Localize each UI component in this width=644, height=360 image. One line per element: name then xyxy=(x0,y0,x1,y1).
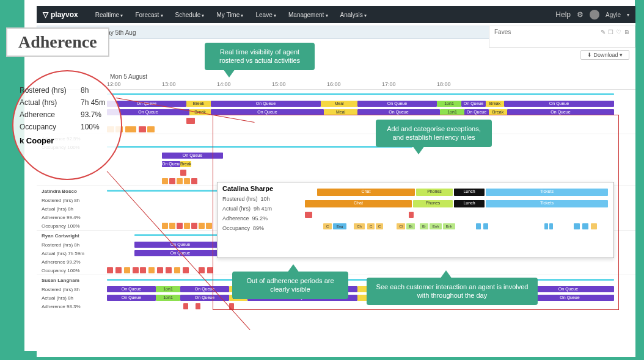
nav-management[interactable]: Management xyxy=(284,9,333,21)
download-label: Download xyxy=(593,52,618,58)
schedule-bar-row[interactable]: On Queue Break On Queue Meal On Queue 1o… xyxy=(107,100,635,107)
brand: ▽ playvox xyxy=(43,10,78,19)
page-title-card: Adherence xyxy=(6,27,109,57)
user-name[interactable]: Agyle xyxy=(606,12,621,18)
nav-schedule[interactable]: Schedule xyxy=(170,9,210,21)
bar-onqueue[interactable]: On Queue xyxy=(504,101,614,107)
bar-lunch[interactable]: Lunch xyxy=(454,189,485,196)
edit-icon[interactable]: ✎ xyxy=(601,29,606,35)
download-icon: ⬇ xyxy=(587,52,592,58)
stats-highlight-circle: Rostered (hrs)8h Actual (hrs)7h 45m Adhe… xyxy=(12,70,122,180)
callout-realtime: Real time visibility of agent rostered v… xyxy=(205,43,315,70)
chevron-down-icon: ▾ xyxy=(620,52,623,58)
hour-tick: 13:00 xyxy=(162,81,217,89)
hour-tick: 12:00 xyxy=(107,81,162,89)
download-button[interactable]: ⬇ Download ▾ xyxy=(580,50,629,60)
bookmark-icon[interactable]: ☐ xyxy=(608,29,613,35)
nav-forecast[interactable]: Forecast xyxy=(130,9,167,21)
bar-phones[interactable]: Phones xyxy=(416,189,453,196)
nav-realtime[interactable]: Realtime xyxy=(90,9,128,21)
exception-marker[interactable] xyxy=(186,118,195,124)
bar-break[interactable]: Break xyxy=(186,101,211,107)
bar-meal[interactable]: Meal xyxy=(321,101,357,107)
agent-detail-popup: Catalina Sharpe Rostered (hrs) 10h Actua… xyxy=(217,182,614,258)
bar-tickets[interactable]: Tickets xyxy=(486,189,608,196)
agent-name: Jatindra Bosco xyxy=(37,189,107,194)
bar-chat[interactable]: Chat xyxy=(317,189,415,196)
heart-icon[interactable]: ♡ xyxy=(616,29,621,35)
faves-label: Faves xyxy=(494,29,511,35)
schedule-bar-row[interactable] xyxy=(107,91,635,98)
hour-tick: 14:00 xyxy=(217,81,272,89)
faves-panel: Faves ✎ ☐ ♡ 🗎 xyxy=(489,26,635,48)
hour-tick: 16:00 xyxy=(327,81,382,89)
help-link[interactable]: Help xyxy=(555,10,571,19)
callout-exceptions: Add and categorise exceptions, and estab… xyxy=(376,120,492,147)
brand-label: playvox xyxy=(51,10,78,19)
nav-mytime[interactable]: My Time xyxy=(211,9,248,21)
avatar[interactable] xyxy=(590,10,599,20)
hour-tick: 17:00 xyxy=(382,81,437,89)
detail-rostered-row[interactable]: Chat Phones Lunch Tickets xyxy=(317,188,609,196)
callout-ooa: Out of adherence periods are clearly vis… xyxy=(232,272,348,299)
agent-name: Ryan Cartwright xyxy=(37,233,107,239)
nav-leave[interactable]: Leave xyxy=(251,9,281,21)
gear-icon[interactable]: ⚙ xyxy=(577,10,584,19)
bar-1on1[interactable]: 1on1 xyxy=(437,101,461,107)
hour-ruler: 12:00 13:00 14:00 15:00 16:00 17:00 18:0… xyxy=(37,81,635,90)
hour-tick: 18:00 xyxy=(437,81,492,89)
bar-onqueue[interactable]: On Queue xyxy=(461,101,486,107)
chevron-down-icon[interactable]: ▾ xyxy=(627,12,629,18)
detail-interaction-row[interactable]: C Eng Ch C C Cl Et Er Enh Enh xyxy=(317,223,609,231)
highlighted-agent-name: k Cooper xyxy=(20,136,115,145)
agent-name: Susan Langham xyxy=(37,278,107,283)
detail-agent-name: Catalina Sharpe xyxy=(222,185,304,192)
nav-analysis[interactable]: Analysis xyxy=(335,9,371,21)
callout-interactions: See each customer interaction an agent i… xyxy=(367,278,538,305)
bar-break[interactable]: Break xyxy=(486,101,504,107)
bar-onqueue[interactable]: On Queue xyxy=(357,101,437,107)
hour-tick: 15:00 xyxy=(272,81,327,89)
brand-icon: ▽ xyxy=(43,10,48,19)
top-navbar: ▽ playvox Realtime Forecast Schedule My … xyxy=(37,6,635,23)
timeline-date: Mon 5 August xyxy=(37,72,635,81)
save-icon[interactable]: 🗎 xyxy=(624,29,630,35)
page-title: Adherence xyxy=(18,32,97,52)
detail-actual-row[interactable]: Chat Phones Lunch Tickets xyxy=(317,200,609,208)
detail-exception-row[interactable] xyxy=(317,211,609,220)
bar-onqueue[interactable]: On Queue xyxy=(211,101,321,107)
